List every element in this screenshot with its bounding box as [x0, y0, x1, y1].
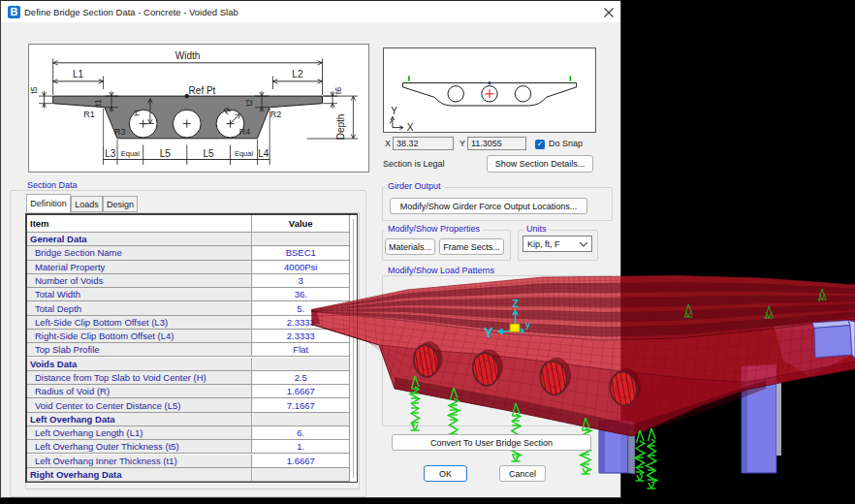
svg-text:Z: Z	[512, 298, 519, 309]
svg-text:y: y	[525, 320, 530, 330]
svg-text:Y: Y	[484, 324, 493, 340]
